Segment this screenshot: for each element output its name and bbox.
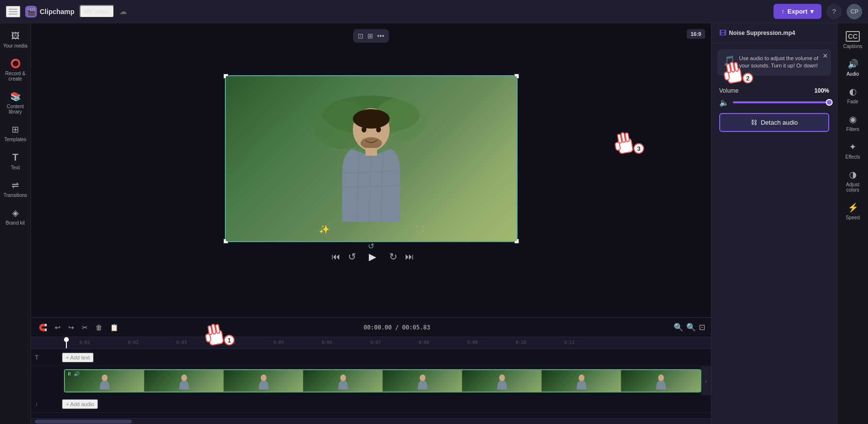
volume-slider[interactable] <box>733 101 829 103</box>
help-button[interactable]: ? <box>826 4 842 19</box>
svg-point-12 <box>376 127 381 132</box>
svg-point-14 <box>102 375 108 381</box>
rewind-button[interactable]: ↺ <box>348 251 356 262</box>
tooltip-box: 🎵 Use audio to adjust the volume of your… <box>717 49 831 76</box>
ruler-mark-002: 0:02 <box>128 340 139 345</box>
thumb-person-6 <box>462 370 541 391</box>
tooltip-close-button[interactable]: ✕ <box>822 52 828 60</box>
right-icon-adjust-colors[interactable]: ◑ Adjust colors <box>838 165 868 196</box>
timeline-tracks: T + Add text ⏸ 🔊 <box>31 349 711 418</box>
file-icon: 🎞 <box>719 29 726 37</box>
delete-button[interactable]: 🗑 <box>94 322 104 333</box>
adjust-colors-icon: ◑ <box>849 169 857 180</box>
ruler-mark-008: 0:08 <box>419 340 429 345</box>
right-panel-header: 🎞 Noise Suppression.mp4 <box>711 23 837 43</box>
topbar: 🎬 Clipchamp My video ☁ ↑ Export ▾ ? CP <box>0 0 868 23</box>
ruler-mark-010: 0:10 <box>516 340 526 345</box>
transitions-icon: ⇌ <box>12 180 19 191</box>
skip-to-end-button[interactable]: ⏭ <box>405 252 414 262</box>
thumbnail-strip: ⏸ 🔊 <box>64 369 701 392</box>
skip-to-start-button[interactable]: ⏮ <box>331 252 340 262</box>
video-clip-wrapper[interactable]: ⏸ 🔊 <box>64 369 701 392</box>
volume-slider-fill <box>733 101 829 103</box>
sidebar-item-record[interactable]: ⭕ Record & create <box>1 54 30 85</box>
sidebar-item-text[interactable]: T Text <box>1 148 30 174</box>
content-library-icon: 📚 <box>10 91 21 102</box>
text-track: T + Add text <box>31 349 711 366</box>
clip-controls: ⏸ 🔊 <box>67 371 79 376</box>
zoom-out-button[interactable]: 🔍 <box>674 323 683 332</box>
audio-right-icon: 🔊 <box>848 59 858 69</box>
right-icon-fade[interactable]: ◐ Fade <box>838 82 868 108</box>
ai-gen-button[interactable]: ✨ <box>319 224 330 235</box>
right-icon-filters[interactable]: ◉ Filters <box>838 110 868 136</box>
tooltip-text: Use audio to adjust the volume of your s… <box>739 55 825 70</box>
timeline-ruler: 0:01 0:02 0:03 0:04 0:05 0:06 0:07 0:08 … <box>31 337 711 349</box>
undo-button[interactable]: ↩ <box>53 322 63 333</box>
more-options-button[interactable]: ••• <box>377 32 384 40</box>
redo-button[interactable]: ↪ <box>66 322 76 333</box>
fit-to-window-button[interactable]: ⊡ <box>699 323 705 332</box>
svg-point-5 <box>361 137 382 149</box>
sidebar-item-transitions[interactable]: ⇌ Transitions <box>1 176 30 202</box>
zoom-controls: 🔍 🔍 ⊡ <box>674 323 705 332</box>
thumb-person-3 <box>224 370 303 391</box>
main-area: 🖼 Your media ⭕ Record & create 📚 Content… <box>0 23 868 424</box>
timeline-scrollbar[interactable] <box>31 418 711 424</box>
volume-slider-thumb[interactable] <box>826 99 833 106</box>
right-icon-captions[interactable]: CC Captions <box>838 27 868 53</box>
sidebar-item-brand-kit[interactable]: ◈ Brand kit <box>1 204 30 229</box>
timeline-area: 🧲 ↩ ↪ ✂ 🗑 📋 00:00.00 / 00:05.83 🔍 🔍 ⊡ <box>31 317 711 424</box>
sidebar-item-templates[interactable]: ⊞ Templates <box>1 120 30 146</box>
collapse-track-button[interactable]: › <box>701 366 711 395</box>
thumb-segment-6 <box>462 370 542 391</box>
rotate-handle[interactable]: ↺ <box>366 241 376 251</box>
magnetic-snap-button[interactable]: 🧲 <box>37 322 49 333</box>
cloud-save-icon: ☁ <box>119 7 127 16</box>
thumb-person-8 <box>621 370 700 391</box>
right-icon-effects[interactable]: ✦ Effects <box>838 138 868 163</box>
right-icon-audio[interactable]: 🔊 Audio <box>838 55 868 81</box>
speed-icon: ⚡ <box>848 202 858 213</box>
avatar-button[interactable]: CP <box>847 4 862 19</box>
zoom-in-button[interactable]: 🔍 <box>686 323 696 332</box>
svg-point-4 <box>353 109 390 129</box>
thumb-segment-3 <box>224 370 303 391</box>
audio-track: ♪ + Add audio <box>31 395 711 413</box>
right-icon-speed[interactable]: ⚡ Speed <box>838 198 868 224</box>
fullscreen-button[interactable]: ⛶ <box>416 225 424 234</box>
fast-forward-button[interactable]: ↻ <box>389 251 397 262</box>
tooltip-emoji: 🎵 <box>723 55 735 66</box>
export-button[interactable]: ↑ Export ▾ <box>773 4 821 19</box>
logo-icon: 🎬 <box>25 6 37 17</box>
logo: 🎬 Clipchamp <box>25 6 75 17</box>
crop-button[interactable]: ⊡ <box>358 32 363 40</box>
svg-point-20 <box>579 375 584 381</box>
ruler-mark-007: 0:07 <box>370 340 381 345</box>
volume-icon: 🔈 <box>719 98 729 107</box>
text-track-label: T <box>31 354 62 361</box>
cut-button[interactable]: ✂ <box>80 322 90 333</box>
your-media-icon: 🖼 <box>11 31 20 41</box>
sidebar-item-your-media[interactable]: 🖼 Your media <box>1 27 30 52</box>
video-frame-wrapper: ↺ <box>225 75 518 242</box>
svg-rect-13 <box>365 148 377 156</box>
menu-button[interactable] <box>6 6 20 17</box>
video-frame <box>226 76 517 241</box>
filters-icon: ◉ <box>849 114 857 125</box>
add-audio-button[interactable]: + Add audio <box>62 399 98 409</box>
svg-point-17 <box>340 375 346 381</box>
add-text-button[interactable]: + Add text <box>62 353 94 362</box>
sidebar-item-content-library[interactable]: 📚 Content library <box>1 87 30 118</box>
pause-clip-icon: ⏸ <box>67 371 72 376</box>
project-name[interactable]: My video <box>79 5 114 18</box>
volume-label-row: Volume 100% <box>719 87 829 94</box>
resize-button[interactable]: ⊞ <box>367 32 373 40</box>
templates-icon: ⊞ <box>12 124 19 135</box>
ruler-mark-009: 0:09 <box>467 340 478 345</box>
detach-audio-button[interactable]: ⛓ Detach audio <box>719 113 829 132</box>
copy-button[interactable]: 📋 <box>108 322 120 333</box>
brand-icon: ◈ <box>12 208 19 218</box>
video-track: ⏸ 🔊 <box>31 366 711 395</box>
thumb-person-4 <box>303 370 382 391</box>
